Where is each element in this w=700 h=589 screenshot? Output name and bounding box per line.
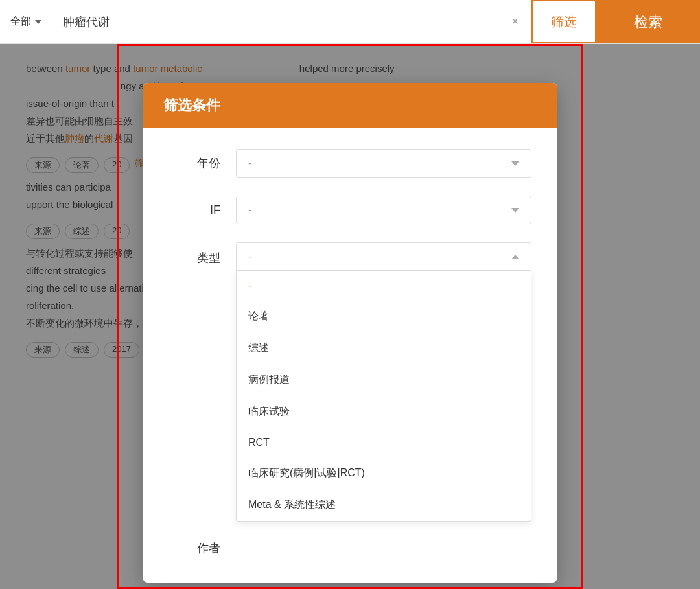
year-select[interactable]: - bbox=[236, 149, 531, 178]
filter-button[interactable]: 筛选 bbox=[531, 0, 596, 43]
modal-container: 筛选条件 年份 - IF - 类型 bbox=[0, 44, 700, 589]
dropdown-item-zongshu[interactable]: 综述 bbox=[237, 332, 531, 364]
modal-header: 筛选条件 bbox=[143, 83, 557, 128]
dropdown-item-rct[interactable]: RCT bbox=[237, 428, 531, 457]
if-form-row: IF - bbox=[169, 196, 531, 224]
filter-modal: 筛选条件 年份 - IF - 类型 bbox=[143, 83, 557, 583]
chevron-down-icon bbox=[35, 20, 41, 24]
if-chevron-down-icon bbox=[511, 208, 519, 213]
dropdown-item-dash[interactable]: - bbox=[237, 271, 531, 301]
search-input-wrap: × bbox=[52, 12, 531, 31]
type-select[interactable]: - bbox=[236, 242, 531, 271]
dropdown-item-linchuang[interactable]: 临床试验 bbox=[237, 396, 531, 428]
type-value: - bbox=[248, 251, 251, 262]
year-form-row: 年份 - bbox=[169, 149, 531, 178]
dropdown-item-linchuang-rct[interactable]: 临床研究(病例|试验|RCT) bbox=[237, 457, 531, 489]
type-dropdown: - 论著 综述 病例报道 临床试验 RCT 临床研究(病例|试验|RCT) Me… bbox=[236, 271, 531, 522]
if-label: IF bbox=[169, 203, 220, 217]
clear-icon[interactable]: × bbox=[509, 12, 521, 31]
search-input[interactable] bbox=[63, 15, 509, 29]
category-selector[interactable]: 全部 bbox=[0, 0, 52, 43]
search-bar: 全部 × 筛选 检索 bbox=[0, 0, 700, 44]
modal-body: 年份 - IF - 类型 - bbox=[143, 128, 557, 583]
dropdown-item-lunzhu[interactable]: 论著 bbox=[237, 301, 531, 332]
modal-title: 筛选条件 bbox=[163, 97, 220, 113]
year-label: 年份 bbox=[169, 156, 220, 171]
type-label: 类型 bbox=[169, 250, 220, 266]
dropdown-item-meta[interactable]: Meta & 系统性综述 bbox=[237, 489, 531, 521]
if-value: - bbox=[248, 204, 251, 216]
year-value: - bbox=[248, 157, 251, 169]
search-button[interactable]: 检索 bbox=[596, 0, 700, 43]
if-select[interactable]: - bbox=[236, 196, 531, 224]
type-chevron-up-icon bbox=[511, 255, 519, 259]
author-form-row: 作者 bbox=[169, 540, 531, 557]
category-label: 全部 bbox=[10, 15, 31, 29]
dropdown-item-bingli[interactable]: 病例报道 bbox=[237, 364, 531, 396]
year-chevron-down-icon bbox=[511, 161, 519, 166]
author-label: 作者 bbox=[169, 540, 220, 556]
type-form-row: 类型 - - 论著 综述 病例报道 临床试验 RCT 临床研究(病例|试验|RC… bbox=[169, 242, 531, 522]
type-select-wrap: - - 论著 综述 病例报道 临床试验 RCT 临床研究(病例|试验|RCT) … bbox=[236, 242, 531, 522]
